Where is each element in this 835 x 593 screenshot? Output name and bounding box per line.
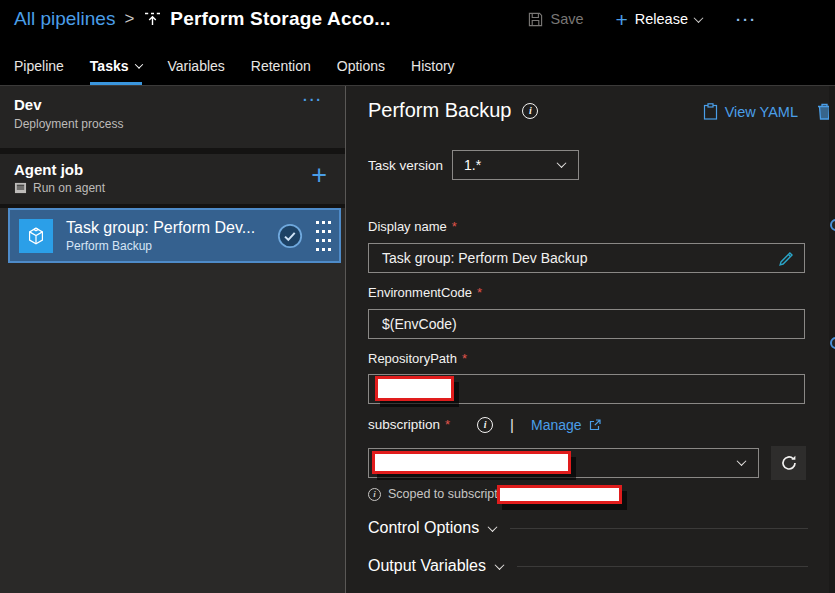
refresh-button[interactable] [771,446,806,480]
edit-link-icon[interactable] [778,250,795,267]
tab-options[interactable]: Options [337,58,385,85]
panel-title: Perform Backup [368,99,511,122]
tab-tasks[interactable]: Tasks [90,58,142,85]
required-marker: * [477,285,482,300]
task-detail-panel: Perform Backup i View YAML [346,86,835,593]
clipped-info-icon [830,337,835,349]
info-icon[interactable]: i [477,417,493,433]
release-button[interactable]: + Release [616,9,702,30]
scoped-note: Scoped to subscription [388,487,514,501]
stage-name: Dev [14,96,331,113]
process-sidebar: Dev Deployment process ··· Agent job Run… [0,86,346,593]
save-label: Save [550,11,583,27]
required-marker: * [445,417,450,432]
agent-job-subtitle: Run on agent [33,181,105,195]
external-link-icon [589,419,601,431]
task-version-value: 1.* [464,157,481,173]
tab-pipeline[interactable]: Pipeline [14,58,64,85]
task-subtitle: Perform Backup [66,239,264,253]
add-task-button[interactable]: + [311,162,327,189]
tab-retention[interactable]: Retention [251,58,311,85]
agent-icon [14,182,27,194]
info-icon[interactable]: i [522,103,538,119]
stage-subtitle: Deployment process [14,117,331,131]
save-icon [528,12,543,27]
view-yaml-button[interactable]: View YAML [703,103,798,120]
output-variables-section[interactable]: Output Variables [368,557,808,575]
release-pipeline-icon [143,10,162,29]
agent-job-name: Agent job [14,161,331,178]
save-button[interactable]: Save [528,11,583,27]
repository-path-label: RepositoryPath [368,351,457,366]
more-options-button[interactable]: ··· [736,11,757,28]
separator: | [510,416,514,433]
stage-more-button[interactable]: ··· [303,92,323,108]
chevron-down-icon [557,158,567,168]
task-enabled-check-icon[interactable] [277,223,303,249]
chevron-down-icon [694,13,704,23]
required-marker: * [452,219,457,234]
tab-variables[interactable]: Variables [168,58,225,85]
clipped-info-icon [830,219,835,231]
stage-header[interactable]: Dev Deployment process ··· [0,86,345,148]
drag-grip-icon[interactable] [316,221,331,251]
manage-link[interactable]: Manage [531,417,601,433]
chevron-down-icon [737,456,747,466]
display-name-input[interactable]: Task group: Perform Dev Backup [368,243,805,273]
redaction-overlay [497,485,622,504]
redaction-overlay [375,376,454,401]
task-group-icon [19,219,53,253]
chevron-down-icon [134,60,142,68]
display-name-label: Display name [368,219,447,234]
page-title: Perform Storage Acco... [170,8,390,30]
redaction-overlay [372,451,571,474]
chevron-down-icon [495,560,505,570]
environment-code-label: EnvironmentCode [368,285,472,300]
environment-code-input[interactable]: $(EnvCode) [368,309,805,339]
subscription-label: subscription [368,417,440,432]
top-bar: All pipelines > Perform Storage Acco... … [0,0,835,38]
plus-icon: + [616,9,628,30]
task-title: Task group: Perform Dev... [66,219,264,237]
info-icon: i [368,488,381,501]
tab-bar: Pipeline Tasks Variables Retention Optio… [0,38,835,86]
required-marker: * [462,351,467,366]
release-label: Release [635,11,688,27]
breadcrumb-all-pipelines[interactable]: All pipelines [14,8,115,30]
divider [517,566,808,567]
chevron-down-icon [488,522,498,532]
clipboard-icon [703,103,718,120]
refresh-icon [780,454,798,472]
control-options-section[interactable]: Control Options [368,519,808,537]
app-window: All pipelines > Perform Storage Acco... … [0,0,835,593]
breadcrumb-separator: > [124,9,134,29]
divider [510,528,808,529]
task-texts: Task group: Perform Dev... Perform Backu… [66,219,264,253]
task-version-label: Task version [368,158,443,173]
tab-history[interactable]: History [411,58,455,85]
agent-job-row[interactable]: Agent job Run on agent + [0,154,345,204]
task-version-dropdown[interactable]: 1.* [452,150,579,180]
task-list-item-selected[interactable]: Task group: Perform Dev... Perform Backu… [8,208,341,263]
topbar-actions: Save + Release ··· [528,9,757,30]
